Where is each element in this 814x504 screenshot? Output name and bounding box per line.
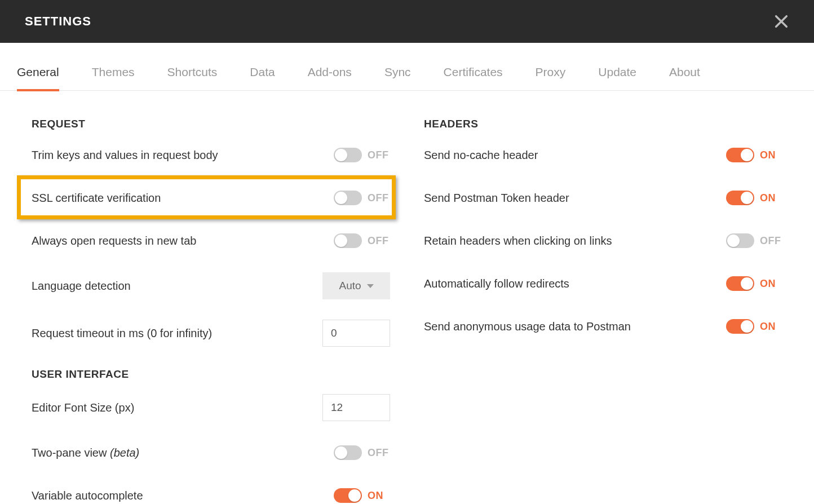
label-autocomp: Variable autocomplete — [32, 489, 143, 502]
chevron-down-icon — [367, 284, 374, 288]
input-timeout[interactable] — [322, 320, 390, 347]
toggle-track — [334, 148, 362, 162]
label-twopane-text: Two-pane view — [32, 446, 110, 459]
tab-addons[interactable]: Add-ons — [308, 65, 352, 91]
right-column: HEADERS Send no-cache header ON Send Pos… — [424, 118, 782, 504]
toggle-track — [334, 191, 362, 205]
label-ssl: SSL certificate verification — [32, 192, 161, 205]
toggle-retain[interactable]: OFF — [726, 233, 782, 248]
label-timeout: Request timeout in ms (0 for infinity) — [32, 327, 212, 340]
label-usage: Send anonymous usage data to Postman — [424, 320, 631, 333]
modal-header: SETTINGS — [0, 0, 814, 43]
toggle-track — [334, 445, 362, 460]
toggle-knob — [335, 235, 347, 247]
section-headers-title: HEADERS — [424, 118, 782, 130]
row-timeout: Request timeout in ms (0 for infinity) — [32, 320, 390, 347]
toggle-twopane[interactable]: OFF — [334, 445, 390, 460]
tab-sync[interactable]: Sync — [384, 65, 411, 91]
toggle-usage[interactable]: ON — [726, 319, 782, 334]
toggle-text: ON — [760, 321, 782, 333]
row-ssl: SSL certificate verification OFF — [32, 187, 390, 209]
label-token: Send Postman Token header — [424, 192, 569, 205]
toggle-ssl[interactable]: OFF — [334, 191, 390, 205]
row-token: Send Postman Token header ON — [424, 187, 782, 209]
section-ui-title: USER INTERFACE — [32, 368, 390, 381]
row-fontsize: Editor Font Size (px) — [32, 394, 390, 421]
toggle-text: OFF — [368, 149, 390, 161]
toggle-redirects[interactable]: ON — [726, 276, 782, 291]
toggle-track — [726, 148, 754, 162]
toggle-text: ON — [760, 149, 782, 161]
row-newtab: Always open requests in new tab OFF — [32, 229, 390, 252]
toggle-track — [726, 319, 754, 334]
label-langdet: Language detection — [32, 280, 131, 293]
toggle-knob — [741, 277, 753, 290]
row-redirects: Automatically follow redirects ON — [424, 272, 782, 295]
settings-tabs: General Themes Shortcuts Data Add-ons Sy… — [0, 43, 814, 91]
tab-certificates[interactable]: Certificates — [444, 65, 503, 91]
tab-data[interactable]: Data — [250, 65, 275, 91]
tab-about[interactable]: About — [669, 65, 700, 91]
label-nocache: Send no-cache header — [424, 149, 538, 162]
tab-update[interactable]: Update — [598, 65, 636, 91]
toggle-nocache[interactable]: ON — [726, 148, 782, 162]
label-twopane: Two-pane view (beta) — [32, 446, 139, 459]
row-trim: Trim keys and values in request body OFF — [32, 144, 390, 166]
input-fontsize[interactable] — [322, 394, 390, 421]
left-column: REQUEST Trim keys and values in request … — [32, 118, 390, 504]
toggle-text: OFF — [760, 235, 782, 247]
toggle-track — [334, 488, 362, 503]
label-fontsize: Editor Font Size (px) — [32, 401, 134, 414]
toggle-trim[interactable]: OFF — [334, 148, 390, 162]
toggle-text: OFF — [368, 192, 390, 204]
toggle-track — [726, 191, 754, 205]
toggle-track — [334, 233, 362, 248]
row-langdet: Language detection Auto — [32, 272, 390, 299]
label-trim: Trim keys and values in request body — [32, 149, 218, 162]
label-twopane-beta: (beta) — [110, 446, 139, 459]
select-langdet[interactable]: Auto — [322, 272, 390, 299]
row-nocache: Send no-cache header ON — [424, 144, 782, 166]
tab-themes[interactable]: Themes — [92, 65, 135, 91]
select-langdet-value: Auto — [339, 280, 361, 292]
toggle-knob — [727, 235, 740, 247]
tab-proxy[interactable]: Proxy — [536, 65, 566, 91]
toggle-text: ON — [760, 192, 782, 204]
toggle-text: OFF — [368, 447, 390, 459]
toggle-newtab[interactable]: OFF — [334, 233, 390, 248]
toggle-knob — [335, 192, 347, 204]
settings-content: REQUEST Trim keys and values in request … — [0, 91, 814, 504]
toggle-knob — [741, 320, 753, 333]
toggle-text: ON — [368, 490, 390, 502]
row-autocomp: Variable autocomplete ON — [32, 484, 390, 504]
section-request-title: REQUEST — [32, 118, 390, 130]
tab-general[interactable]: General — [17, 65, 59, 91]
label-redirects: Automatically follow redirects — [424, 277, 569, 290]
x-icon — [773, 14, 789, 29]
row-twopane: Two-pane view (beta) OFF — [32, 441, 390, 464]
toggle-autocomp[interactable]: ON — [334, 488, 390, 503]
row-retain: Retain headers when clicking on links OF… — [424, 229, 782, 252]
toggle-track — [726, 276, 754, 291]
modal-title: SETTINGS — [25, 14, 91, 29]
toggle-knob — [741, 149, 753, 161]
toggle-knob — [741, 192, 753, 204]
row-usage: Send anonymous usage data to Postman ON — [424, 315, 782, 338]
toggle-knob — [335, 446, 347, 459]
toggle-text: OFF — [368, 235, 390, 247]
toggle-knob — [348, 489, 361, 502]
toggle-text: ON — [760, 278, 782, 290]
tab-shortcuts[interactable]: Shortcuts — [167, 65, 218, 91]
toggle-knob — [335, 149, 347, 161]
toggle-token[interactable]: ON — [726, 191, 782, 205]
label-retain: Retain headers when clicking on links — [424, 235, 612, 247]
close-icon[interactable] — [773, 14, 789, 29]
toggle-track — [726, 233, 754, 248]
label-newtab: Always open requests in new tab — [32, 235, 196, 247]
